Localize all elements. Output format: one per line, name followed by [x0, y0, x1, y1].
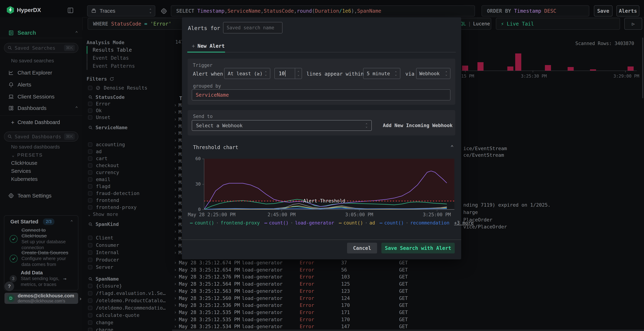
table-row[interactable]: ›May 28 3:25:12.535 PMload-generatorErro…: [172, 316, 644, 323]
sidebar-collapse-icon[interactable]: [67, 7, 74, 13]
table-row[interactable]: ›May 28 3:25:12.576 PMload-generatorErro…: [172, 274, 644, 281]
histogram-bar[interactable]: [590, 69, 596, 71]
create-dashboard-button[interactable]: + Create Dashboard: [11, 119, 60, 126]
order-by-input[interactable]: ORDER BY Timestamp DESC: [482, 5, 589, 16]
filter-option-email[interactable]: email: [88, 177, 110, 182]
webhook-select[interactable]: Select a Webhook ⌃⌄: [192, 120, 372, 131]
histogram-bar[interactable]: [568, 67, 574, 71]
legend-item[interactable]: —count()·recommendation: [380, 220, 449, 226]
histogram-bar[interactable]: [507, 66, 514, 71]
filter-checkbox[interactable]: [88, 115, 92, 120]
filter-checkbox[interactable]: [88, 205, 92, 209]
filter-option-flagd[interactable]: flagd: [88, 184, 110, 189]
filter-option-ok[interactable]: Ok: [88, 108, 102, 113]
row-expand-chevron[interactable]: ›: [174, 236, 177, 241]
row-expand-chevron[interactable]: ›: [174, 201, 177, 206]
denoise-toggle[interactable]: Denoise Results: [88, 85, 148, 91]
filter-option-accounting[interactable]: accounting: [88, 142, 125, 147]
preset-item-services[interactable]: Services: [11, 168, 31, 174]
histogram-bar[interactable]: [462, 66, 468, 71]
row-expand-chevron[interactable]: ›: [174, 274, 177, 279]
legend-item[interactable]: —count()·ad: [339, 220, 375, 226]
filter-option-internal[interactable]: Internal: [88, 250, 119, 255]
gear-icon[interactable]: [161, 8, 167, 14]
row-expand-chevron[interactable]: ›: [174, 194, 177, 199]
filter-checkbox[interactable]: [88, 149, 92, 154]
filter-option-calculate-quote[interactable]: calculate-quote: [88, 313, 140, 318]
run-query-button[interactable]: ▷: [624, 18, 642, 30]
filter-option-change[interactable]: change: [88, 320, 114, 325]
table-row[interactable]: ›May 28 3:25:12.536 PMload-generatorErro…: [172, 302, 644, 309]
row-expand-chevron[interactable]: ›: [174, 281, 177, 287]
sidebar-item-dashboards[interactable]: Dashboards ⌃: [0, 104, 82, 113]
sidebar-item-client-sessions[interactable]: Client Sessions: [0, 92, 82, 101]
filter-checkbox[interactable]: [88, 284, 92, 288]
legend-item[interactable]: —count()·frontend-proxy: [190, 220, 260, 226]
saved-dashboards-input[interactable]: Saved Dashboards ⌘K: [4, 132, 78, 142]
number-spinner[interactable]: ⌃⌄: [295, 68, 302, 79]
histogram-bar[interactable]: [478, 62, 484, 71]
channel-select[interactable]: Webhook ⌃⌄: [416, 68, 450, 79]
chevron-right-icon[interactable]: ›: [79, 295, 82, 302]
filter-checkbox[interactable]: [88, 177, 92, 182]
row-expand-chevron[interactable]: ›: [174, 187, 177, 192]
row-expand-chevron[interactable]: ›: [174, 215, 177, 220]
row-expand-chevron[interactable]: ›: [174, 250, 177, 255]
filter-checkbox[interactable]: [88, 108, 92, 113]
filter-checkbox[interactable]: [88, 328, 92, 331]
filter-checkbox[interactable]: [88, 236, 92, 240]
filter-option--oteldemo-productcatalo-[interactable]: /oteldemo.ProductCatalo…: [88, 298, 166, 303]
row-expand-chevron[interactable]: ›: [174, 303, 177, 308]
row-expand-chevron[interactable]: ›: [174, 166, 177, 171]
analysis-mode-event-patterns[interactable]: Event Patterns: [93, 63, 135, 69]
row-expand-chevron[interactable]: ›: [174, 159, 177, 164]
row-expand-chevron[interactable]: ›: [174, 152, 177, 157]
row-expand-chevron[interactable]: ›: [174, 243, 177, 248]
histogram-bar[interactable]: [515, 53, 521, 71]
lucene-toggle[interactable]: Lucene: [473, 21, 490, 26]
filter-checkbox[interactable]: [88, 163, 92, 168]
filter-checkbox[interactable]: [88, 313, 92, 318]
filter-option-checkout[interactable]: checkout: [88, 163, 119, 168]
table-row[interactable]: ›May 28 3:25:12.654 PMload-generatorErro…: [172, 267, 644, 274]
source-select[interactable]: Traces ⌃⌄: [87, 5, 155, 16]
get-started-item[interactable]: Connect toClickHouseSet up your database…: [10, 227, 74, 250]
filter-option--closure-[interactable]: {closure}: [88, 283, 122, 289]
chevron-up-icon[interactable]: ⌃: [75, 105, 78, 111]
filter-checkbox[interactable]: [88, 321, 92, 325]
preset-item-kubernetes[interactable]: Kubernetes: [11, 176, 38, 182]
row-expand-chevron[interactable]: ›: [174, 130, 177, 136]
sidebar-item-search[interactable]: Search ⌃: [0, 28, 82, 37]
analysis-mode-results-table[interactable]: Results Table: [93, 47, 132, 53]
filter-checkbox[interactable]: [88, 291, 92, 296]
preset-item-clickhouse[interactable]: ClickHouse: [11, 160, 38, 166]
filter-checkbox[interactable]: [88, 156, 92, 161]
histogram-bar[interactable]: [628, 66, 634, 71]
analysis-mode-event-deltas[interactable]: Event Deltas: [93, 55, 129, 61]
filter-checkbox[interactable]: [88, 191, 92, 196]
filter-option-currency[interactable]: currency: [88, 170, 119, 175]
collapse-chart-icon[interactable]: ⌃: [450, 144, 454, 150]
filter-checkbox[interactable]: [88, 102, 92, 106]
user-menu[interactable]: D demos@clickhouse.com demos@clickhouse.…: [4, 293, 78, 304]
filter-checkbox[interactable]: [88, 170, 92, 175]
legend-item[interactable]: —count()·load-generator: [264, 220, 334, 226]
add-webhook-button[interactable]: Add New Incoming Webhook: [383, 123, 452, 128]
row-expand-chevron[interactable]: ›: [174, 222, 177, 227]
sidebar-item-alerts[interactable]: Alerts: [0, 80, 82, 89]
filter-checkbox[interactable]: [88, 184, 92, 189]
filter-checkbox[interactable]: [88, 250, 92, 255]
table-row[interactable]: ›May 28 3:25:12.560 PMload-generatorErro…: [172, 295, 644, 302]
filter-option-fraud-detection[interactable]: fraud-detection: [88, 191, 140, 196]
row-expand-chevron[interactable]: ›: [174, 173, 177, 178]
denoise-checkbox[interactable]: [88, 86, 92, 90]
legend-more-link[interactable]: +3 more: [454, 220, 474, 226]
row-expand-chevron[interactable]: ›: [174, 260, 177, 265]
filter-option--flagd-evaluation-v1-se-[interactable]: /flagd.evaluation.v1.Se…: [88, 291, 166, 296]
comparator-select[interactable]: At least (≥) ⌃⌄: [224, 68, 270, 79]
row-expand-chevron[interactable]: ›: [174, 123, 177, 129]
table-row[interactable]: ›May 28 3:25:12.535 PMload-generatorErro…: [172, 309, 644, 316]
help-button[interactable]: ?: [4, 282, 14, 291]
grouped-by-input[interactable]: ServiceName: [192, 89, 450, 100]
refresh-icon[interactable]: [110, 77, 114, 81]
